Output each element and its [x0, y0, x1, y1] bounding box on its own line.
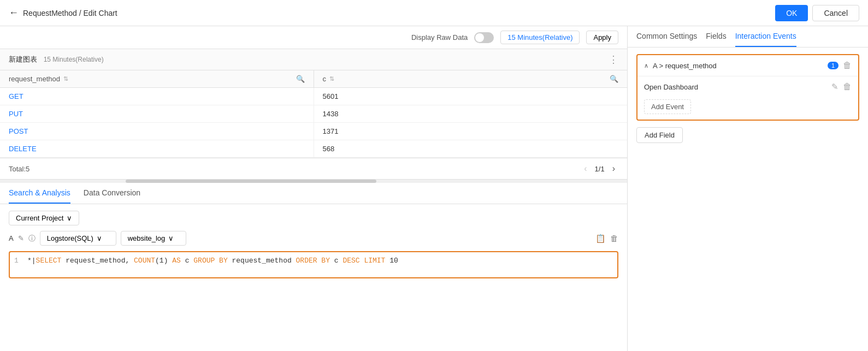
table-col-method: request_method ⇅ 🔍 — [0, 70, 314, 87]
project-label: Current Project — [16, 214, 63, 222]
add-event-button[interactable]: Add Event — [644, 99, 691, 114]
query-row: A ✎ ⓘ Logstore(SQL) ∨ website_log ∨ 📋 🗑 — [9, 231, 618, 246]
right-panel: Common Settings Fields Interaction Event… — [628, 26, 868, 351]
tab-fields[interactable]: Fields — [706, 26, 726, 47]
query-id-label: A — [9, 234, 14, 242]
table-row: POST 1371 — [0, 123, 627, 140]
event-name-label: Open Dashboard — [644, 83, 827, 91]
logstore-dropdown-icon: ∨ — [97, 234, 102, 242]
data-table: request_method ⇅ 🔍 c ⇅ 🔍 GET 5601 PUT 14… — [0, 70, 627, 158]
table-row: GET 5601 — [0, 88, 627, 105]
back-button[interactable]: ← — [9, 7, 19, 19]
sort-icon: ⇅ — [63, 75, 68, 82]
field-group-name-text: A > request_method — [653, 62, 717, 70]
logstore-dropdown[interactable]: Logstore(SQL) ∨ — [40, 231, 116, 246]
store-label: website_log — [128, 234, 166, 242]
header: ← RequestMethod / Edit Chart OK Cancel — [0, 0, 868, 26]
next-page-button[interactable]: › — [609, 163, 618, 175]
display-raw-label: Display Raw Data — [411, 33, 468, 41]
delete-query-icon[interactable]: 🗑 — [610, 234, 618, 243]
table-col-c: c ⇅ 🔍 — [314, 70, 628, 87]
tab-common-settings[interactable]: Common Settings — [636, 26, 697, 47]
table-cell-count-0: 5601 — [314, 88, 628, 105]
project-selector: Current Project ∨ — [9, 211, 618, 225]
header-right: OK Cancel — [775, 5, 859, 21]
table-cell-method-1: PUT — [0, 105, 314, 122]
tab-data-conversion[interactable]: Data Conversion — [84, 183, 140, 204]
toolbar: Display Raw Data 15 Minutes(Relative) Ap… — [0, 26, 627, 49]
search-col2-icon[interactable]: 🔍 — [610, 75, 618, 83]
sql-star: *| — [27, 257, 36, 265]
delete-event-button[interactable]: 🗑 — [843, 82, 852, 92]
help-icon[interactable]: ⓘ — [28, 234, 36, 243]
apply-button[interactable]: Apply — [586, 31, 618, 44]
delete-field-button[interactable]: 🗑 — [843, 61, 852, 70]
chart-title: 新建图表 — [9, 55, 37, 63]
edit-event-button[interactable]: ✎ — [831, 82, 839, 92]
copy-icon[interactable]: 📋 — [595, 234, 606, 243]
chart-header-left: 新建图表 15 Minutes(Relative) — [9, 55, 104, 64]
total-label: Total:5 — [9, 165, 29, 173]
table-cell-method-2: POST — [0, 123, 314, 140]
chart-header: 新建图表 15 Minutes(Relative) ⋮ — [0, 49, 627, 70]
table-cell-count-1: 1438 — [314, 105, 628, 122]
method-link-post[interactable]: POST — [9, 127, 28, 135]
ok-button[interactable]: OK — [775, 5, 808, 21]
table-row: DELETE 568 — [0, 140, 627, 158]
field-group-label: A > request_method — [653, 62, 823, 70]
dropdown-icon: ∨ — [67, 214, 72, 222]
tab-search-analysis[interactable]: Search & Analysis — [9, 183, 70, 204]
table-cell-method-0: GET — [0, 88, 314, 105]
cancel-button[interactable]: Cancel — [812, 5, 859, 21]
time-range-button[interactable]: 15 Minutes(Relative) — [500, 31, 580, 44]
edit-query-icon[interactable]: ✎ — [18, 234, 24, 242]
display-raw-toggle[interactable] — [474, 32, 494, 43]
method-link-put[interactable]: PUT — [9, 110, 23, 118]
store-dropdown[interactable]: website_log ∨ — [121, 231, 186, 246]
page-info: 1/1 — [595, 165, 605, 173]
field-group: ∧ A > request_method 1 🗑 Open Dashboard … — [636, 54, 859, 121]
logstore-label: Logstore(SQL) — [47, 234, 93, 242]
sql-content[interactable]: *|SELECT request_method, COUNT(1) AS c G… — [27, 257, 398, 273]
table-header-row: request_method ⇅ 🔍 c ⇅ 🔍 — [0, 70, 627, 88]
project-dropdown[interactable]: Current Project ∨ — [9, 211, 79, 225]
store-dropdown-icon: ∨ — [168, 234, 174, 242]
sql-select-keyword: SELECT — [36, 257, 62, 265]
sort-icon-2: ⇅ — [329, 75, 334, 82]
right-tabs: Common Settings Fields Interaction Event… — [628, 26, 868, 47]
prev-page-button[interactable]: ‹ — [581, 163, 590, 175]
table-cell-count-2: 1371 — [314, 123, 628, 140]
field-group-header: ∧ A > request_method 1 🗑 — [637, 55, 858, 76]
method-link-delete[interactable]: DELETE — [9, 145, 37, 153]
query-actions: 📋 🗑 — [595, 234, 618, 243]
scroll-thumb[interactable] — [126, 180, 376, 183]
bottom-section: Current Project ∨ A ✎ ⓘ Logstore(SQL) ∨ … — [0, 204, 627, 351]
search-col1-icon[interactable]: 🔍 — [296, 75, 305, 83]
table-cell-count-3: 568 — [314, 140, 628, 157]
page-title: RequestMethod / Edit Chart — [23, 9, 117, 17]
chart-time: 15 Minutes(Relative) — [44, 56, 104, 63]
add-field-button[interactable]: Add Field — [636, 127, 683, 143]
more-icon[interactable]: ⋮ — [609, 53, 618, 66]
horizontal-scrollbar[interactable] — [0, 180, 627, 183]
main-layout: Display Raw Data 15 Minutes(Relative) Ap… — [0, 26, 868, 351]
pagination: Total:5 ‹ 1/1 › — [0, 158, 627, 180]
col-c-label: c — [323, 75, 327, 83]
page-controls: ‹ 1/1 › — [581, 163, 618, 175]
table-cell-method-3: DELETE — [0, 140, 314, 157]
sql-count-func: COUNT — [134, 257, 155, 265]
sql-editor[interactable]: 1 *|SELECT request_method, COUNT(1) AS c… — [9, 251, 618, 278]
line-number: 1 — [14, 257, 23, 273]
interaction-panel: ∧ A > request_method 1 🗑 Open Dashboard … — [628, 47, 868, 351]
collapse-icon[interactable]: ∧ — [644, 62, 648, 69]
table-row: PUT 1438 — [0, 105, 627, 123]
event-row: Open Dashboard ✎ 🗑 — [637, 76, 858, 97]
method-link-get[interactable]: GET — [9, 92, 23, 100]
bottom-tabs: Search & Analysis Data Conversion — [0, 183, 627, 204]
left-panel: Display Raw Data 15 Minutes(Relative) Ap… — [0, 26, 628, 351]
tab-interaction-events[interactable]: Interaction Events — [735, 26, 796, 47]
header-left: ← RequestMethod / Edit Chart — [9, 7, 117, 19]
field-badge: 1 — [828, 62, 839, 69]
col-method-label: request_method — [9, 75, 60, 83]
